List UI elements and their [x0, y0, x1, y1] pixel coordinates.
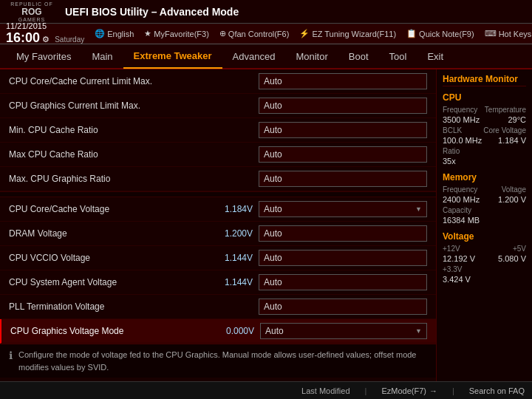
hw-v33-row: +3.3V	[443, 265, 526, 273]
hw-v12-val-row: 12.192 V 5.080 V	[443, 254, 526, 264]
hw-cpu-temp-val: 29°C	[508, 115, 526, 124]
pll-term-dropdown[interactable]: Auto	[259, 299, 427, 315]
content-area: CPU Core/Cache Current Limit Max. Auto C…	[0, 69, 436, 381]
setting-row-dram-voltage[interactable]: DRAM Voltage 1.200V Auto	[0, 222, 436, 246]
hw-cpu-ratio-val-row: 35x	[443, 157, 526, 166]
hw-mem-cap-label: Capacity	[443, 206, 471, 214]
hw-mem-freq-row: Frequency Voltage	[443, 185, 526, 194]
language-icon: 🌐	[95, 29, 105, 38]
cpu-gfx-current-limit-dropdown[interactable]: Auto	[259, 98, 427, 114]
nav-exit[interactable]: Exit	[417, 44, 454, 69]
setting-row-cpu-gfx-voltage-mode[interactable]: CPU Graphics Voltage Mode 0.000V Auto	[0, 319, 436, 344]
ez-tuning-label: EZ Tuning Wizard(F11)	[312, 30, 396, 38]
hw-cpu-freq-label: Frequency	[443, 106, 477, 114]
hw-mem-volt-label: Voltage	[502, 185, 526, 194]
hw-v33-label: +3.3V	[443, 265, 462, 273]
hw-cpu-bclk-val: 100.0 MHz	[443, 136, 482, 145]
nav-boot[interactable]: Boot	[338, 44, 379, 69]
hw-cpu-temp-label: Temperature	[485, 106, 526, 114]
max-cpu-cache-ratio-dropdown[interactable]: Auto	[259, 146, 427, 163]
nav-extreme-tweaker[interactable]: Extreme Tweaker	[123, 44, 222, 69]
qfan-icon: ⊕	[219, 29, 226, 38]
search-faq-btn[interactable]: Search on FAQ	[469, 386, 525, 395]
hw-mem-freq-val: 2400 MHz	[443, 195, 480, 204]
hw-mem-cap-val: 16384 MB	[443, 216, 480, 225]
section-divider-1	[0, 191, 436, 197]
nav-tool[interactable]: Tool	[379, 44, 417, 69]
quick-note-label: Quick Note(F9)	[419, 30, 474, 38]
min-cpu-cache-ratio-dropdown[interactable]: Auto	[259, 122, 427, 138]
setting-row-cpu-voltage[interactable]: CPU Core/Cache Voltage 1.184V Auto	[0, 197, 436, 222]
setting-row-max-cpu-cache-ratio[interactable]: Max CPU Cache Ratio Auto	[0, 143, 436, 167]
ez-mode-btn[interactable]: EzMode(F7) →	[381, 386, 437, 395]
favorites-icon: ★	[144, 29, 151, 38]
hw-mem-cap-val-row: 16384 MB	[443, 216, 526, 225]
hw-mem-freq-label: Frequency	[443, 185, 477, 194]
hw-v5-val: 5.080 V	[498, 254, 526, 263]
max-cpu-gfx-ratio-dropdown[interactable]: Auto	[259, 171, 427, 187]
hw-cpu-bclk-row: BCLK Core Voltage	[443, 126, 526, 134]
quick-note-btn[interactable]: 📋 Quick Note(F9)	[406, 29, 474, 38]
rog-top-text: REPUBLIC OF	[10, 1, 53, 7]
cpu-vccio-dropdown[interactable]: Auto	[259, 250, 427, 266]
language-label: English	[107, 30, 134, 38]
favorites-btn[interactable]: ★ MyFavorite(F3)	[144, 29, 209, 38]
hw-monitor-panel: Hardware Monitor CPU Frequency Temperatu…	[436, 69, 532, 381]
ez-tuning-btn[interactable]: ⚡ EZ Tuning Wizard(F11)	[299, 29, 396, 38]
setting-row-cpu-vccio[interactable]: CPU VCCIO Voltage 1.144V Auto	[0, 246, 436, 270]
hw-cpu-freq-val: 3500 MHz	[443, 115, 480, 124]
hw-v12-row: +12V +5V	[443, 245, 526, 253]
hot-keys-icon: ⌨	[485, 29, 497, 38]
hw-v12-label: +12V	[443, 245, 460, 253]
info-description-area: ℹ Configure the mode of voltage fed to t…	[0, 344, 436, 378]
hw-cpu-freq-row: Frequency Temperature	[443, 106, 526, 114]
nav-main[interactable]: Main	[81, 44, 123, 69]
max-cpu-cache-ratio-label: Max CPU Cache Ratio	[9, 149, 201, 160]
ez-mode-arrow-icon: →	[429, 386, 437, 395]
nav-advanced[interactable]: Advanced	[222, 44, 286, 69]
qfan-btn[interactable]: ⊕ Qfan Control(F6)	[219, 29, 290, 38]
time-text: 16:00	[6, 30, 40, 45]
nav-my-favorites[interactable]: My Favorites	[6, 44, 81, 69]
setting-row-min-cpu-cache-ratio[interactable]: Min. CPU Cache Ratio Auto	[0, 118, 436, 143]
cpu-gfx-current-limit-label: CPU Graphics Current Limit Max.	[9, 100, 201, 111]
cpu-sys-agent-value: 1.144V	[201, 277, 253, 287]
info-text: Configure the mode of voltage fed to the…	[18, 349, 427, 373]
cpu-sys-agent-label: CPU System Agent Voltage	[9, 277, 201, 287]
cpu-gfx-voltage-mode-dropdown[interactable]: Auto	[260, 323, 427, 339]
pll-term-label: PLL Termination Voltage	[9, 301, 201, 312]
setting-row-cpu-core-cache-limit[interactable]: CPU Core/Cache Current Limit Max. Auto	[0, 69, 436, 94]
cpu-vccio-label: CPU VCCIO Voltage	[9, 253, 201, 263]
cpu-core-cache-limit-label: CPU Core/Cache Current Limit Max.	[9, 76, 201, 86]
info-bar: 11/21/2015 16:00 ⚙ Saturday 🌐 English ★ …	[0, 24, 532, 44]
cpu-voltage-dropdown[interactable]: Auto	[259, 201, 427, 217]
setting-row-max-cpu-gfx-ratio[interactable]: Max. CPU Graphics Ratio Auto	[0, 167, 436, 191]
hw-v5-label: +5V	[513, 245, 526, 253]
qfan-label: Qfan Control(F6)	[228, 30, 290, 38]
hw-cpu-core-val: 1.184 V	[498, 136, 526, 145]
setting-row-cpu-gfx-current-limit[interactable]: CPU Graphics Current Limit Max. Auto	[0, 94, 436, 118]
cpu-voltage-label: CPU Core/Cache Voltage	[9, 204, 201, 214]
hw-monitor-title: Hardware Monitor	[443, 74, 526, 86]
rog-mid-text: ROG	[21, 7, 41, 17]
cpu-core-cache-limit-dropdown[interactable]: Auto	[259, 73, 427, 89]
nav-bar: My Favorites Main Extreme Tweaker Advanc…	[0, 44, 532, 69]
hw-v33-val: 3.424 V	[443, 275, 471, 284]
hot-keys-btn[interactable]: ⌨ Hot Keys	[485, 29, 532, 38]
language-btn[interactable]: 🌐 English	[95, 29, 134, 38]
hw-voltage-section: Voltage	[443, 231, 526, 242]
gear-icon[interactable]: ⚙	[42, 35, 50, 44]
rog-logo: REPUBLIC OF ROG GAMERS	[6, 1, 58, 22]
datetime: 11/21/2015 16:00 ⚙ Saturday	[6, 21, 84, 46]
info-icon: ℹ	[9, 349, 13, 361]
hw-cpu-freq-val-row: 3500 MHz 29°C	[443, 115, 526, 125]
hw-mem-cap-row: Capacity	[443, 206, 526, 214]
cpu-sys-agent-dropdown[interactable]: Auto	[259, 274, 427, 290]
dram-voltage-dropdown[interactable]: Auto	[259, 225, 427, 242]
setting-row-cpu-sys-agent[interactable]: CPU System Agent Voltage 1.144V Auto	[0, 270, 436, 295]
nav-monitor[interactable]: Monitor	[285, 44, 338, 69]
hw-memory-section: Memory	[443, 172, 526, 183]
setting-row-pll-term[interactable]: PLL Termination Voltage Auto	[0, 295, 436, 319]
hw-cpu-core-label: Core Voltage	[483, 126, 526, 134]
dram-voltage-label: DRAM Voltage	[9, 228, 201, 239]
